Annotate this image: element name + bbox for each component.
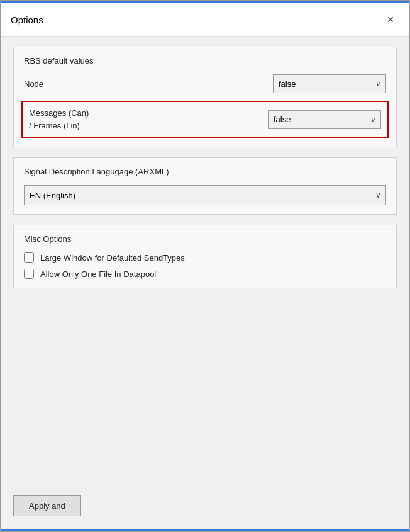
large-window-label: Large Window for Defaulted SendTypes <box>40 253 185 263</box>
dialog-title: Options <box>11 14 43 25</box>
misc-section: Misc Options Large Window for Defaulted … <box>13 225 397 288</box>
allow-one-file-checkbox-row: Allow Only One File In Datapool <box>24 269 386 279</box>
bottom-accent-bar <box>1 529 409 531</box>
node-select[interactable]: false true <box>273 74 386 93</box>
allow-one-file-checkbox[interactable] <box>24 269 34 279</box>
allow-one-file-label: Allow Only One File In Datapool <box>40 269 156 279</box>
rbs-section: RBS default values Node false true Messa… <box>13 47 397 147</box>
options-dialog: Options × RBS default values Node false … <box>0 0 410 532</box>
close-button[interactable]: × <box>382 11 399 28</box>
messages-field-row: Messages (Can) / Frames (Lin) false true <box>21 101 389 138</box>
rbs-section-title: RBS default values <box>24 56 386 65</box>
node-label: Node <box>24 79 273 89</box>
misc-section-title: Misc Options <box>24 234 386 244</box>
node-select-wrapper: false true <box>273 74 386 93</box>
node-field-row: Node false true <box>24 74 386 93</box>
bottom-bar: Apply and <box>1 485 409 529</box>
signal-section-title: Signal Description Langugage (ARXML) <box>24 167 386 176</box>
language-select[interactable]: EN (English) DE (German) FR (French) <box>24 185 386 205</box>
messages-select[interactable]: false true <box>268 110 381 129</box>
apply-button[interactable]: Apply and <box>13 495 81 516</box>
large-window-checkbox-row: Large Window for Defaulted SendTypes <box>24 252 386 263</box>
messages-select-wrapper: false true <box>268 110 381 129</box>
large-window-checkbox[interactable] <box>24 252 34 263</box>
title-bar: Options × <box>1 3 409 37</box>
language-select-wrapper: EN (English) DE (German) FR (French) <box>24 185 386 205</box>
dialog-content: RBS default values Node false true Messa… <box>1 37 409 485</box>
messages-label: Messages (Can) / Frames (Lin) <box>29 107 89 132</box>
signal-section: Signal Description Langugage (ARXML) EN … <box>13 157 397 215</box>
